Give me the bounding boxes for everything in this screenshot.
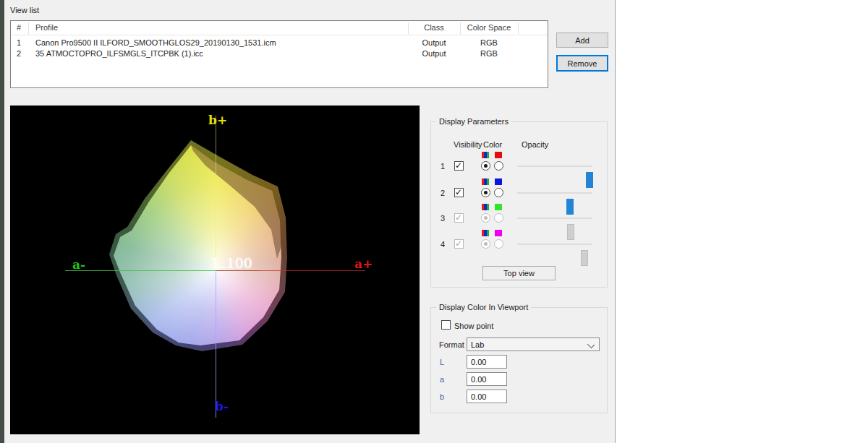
visibility-checkbox[interactable]: ✓: [454, 161, 464, 171]
view-list-label: View list: [10, 6, 39, 14]
row-index: 1: [438, 162, 447, 171]
lightness-label: L.100: [213, 255, 252, 271]
gamut-viewport[interactable]: b+ b- a- a+ L.100: [10, 106, 420, 434]
chevron-down-icon: [587, 341, 595, 348]
row-index: 3: [438, 214, 447, 223]
row-index: 2: [438, 189, 447, 197]
opacity-slider[interactable]: [517, 192, 592, 194]
truecolor-swatch-icon: [482, 152, 489, 158]
row-class: Output: [408, 38, 460, 47]
visibility-column-header: Visibility: [454, 140, 482, 149]
col-header-class[interactable]: Class: [408, 23, 460, 32]
truecolor-radio[interactable]: [481, 188, 490, 197]
column-divider: [460, 22, 461, 34]
visibility-checkbox: ✓: [454, 213, 464, 223]
solid-color-swatch-icon: [495, 230, 502, 236]
col-header-profile[interactable]: Profile: [35, 23, 58, 32]
solid-color-swatch-icon: [495, 152, 502, 158]
format-value: Lab: [471, 340, 484, 349]
a-plus-axis-label: a+: [354, 258, 373, 270]
row-index: 4: [438, 240, 447, 249]
solid-color-radio: [494, 239, 503, 249]
opacity-slider[interactable]: [517, 165, 592, 167]
l-value-field[interactable]: 0.00: [467, 355, 507, 369]
profile-2-display-row: 2 ✓: [430, 179, 608, 207]
b-minus-axis-line: [216, 270, 216, 418]
b-plus-axis-line: [216, 116, 216, 270]
row-profile-name: Canon Pro9500 II ILFORD_SMOOTHGLOS29_201…: [35, 38, 276, 47]
row-color-space: RGB: [460, 38, 518, 47]
b-value-field[interactable]: 0.00: [467, 390, 507, 403]
opacity-slider-handle: [581, 250, 588, 266]
a-value: 0.00: [471, 375, 486, 384]
color-column-header: Color: [483, 140, 502, 149]
truecolor-radio[interactable]: [481, 161, 490, 171]
solid-color-radio: [494, 213, 503, 223]
table-row[interactable]: 2 35 ATMOCTOPRO_ILFSMGLS_ITCPBK (1).icc …: [11, 49, 548, 60]
column-divider: [408, 22, 409, 34]
truecolor-swatch-icon: [482, 204, 489, 210]
profile-list-header: # Profile Class Color Space: [11, 21, 548, 35]
solid-color-swatch-icon: [495, 179, 502, 185]
a-value-field[interactable]: 0.00: [467, 372, 507, 386]
show-point-checkbox[interactable]: [441, 320, 451, 330]
truecolor-swatch-icon: [482, 230, 489, 236]
solid-color-radio[interactable]: [494, 188, 503, 197]
truecolor-radio: [481, 213, 490, 223]
profile-list[interactable]: # Profile Class Color Space 1 Canon Pro9…: [10, 20, 548, 88]
l-value: 0.00: [471, 358, 486, 366]
row-number: 2: [17, 49, 21, 58]
truecolor-radio: [481, 239, 490, 249]
table-row[interactable]: 1 Canon Pro9500 II ILFORD_SMOOTHGLOS29_2…: [11, 38, 548, 49]
b-minus-axis-label: b-: [215, 400, 229, 413]
opacity-column-header: Opacity: [522, 140, 548, 149]
row-class: Output: [408, 49, 460, 58]
b-field-label: b: [440, 392, 444, 401]
format-dropdown[interactable]: Lab: [467, 337, 600, 351]
profile-1-display-row: 1 ✓: [430, 152, 608, 181]
row-profile-name: 35 ATMOCTOPRO_ILFSMGLS_ITCPBK (1).icc: [35, 49, 203, 58]
b-plus-axis-label: b+: [208, 114, 227, 126]
profile-4-display-row: 4 ✓: [430, 230, 608, 259]
solid-color-radio[interactable]: [494, 161, 503, 171]
solid-color-swatch-icon: [495, 204, 502, 210]
opacity-slider: [517, 244, 592, 245]
column-divider: [518, 22, 519, 34]
b-value: 0.00: [471, 392, 486, 401]
opacity-slider: [517, 218, 592, 219]
row-number: 1: [17, 38, 21, 47]
l-field-label: L: [440, 358, 444, 366]
col-header-num[interactable]: #: [17, 23, 21, 32]
a-minus-axis-label: a-: [72, 259, 85, 271]
top-view-button[interactable]: Top view: [482, 266, 556, 280]
profile-3-display-row: 3 ✓: [430, 204, 608, 233]
format-label: Format: [439, 340, 464, 349]
row-color-space: RGB: [460, 49, 518, 58]
display-color-title: Display Color In Viewport: [436, 303, 531, 311]
visibility-checkbox: ✓: [454, 239, 464, 249]
truecolor-swatch-icon: [482, 179, 489, 185]
col-header-color-space[interactable]: Color Space: [460, 23, 518, 32]
app-window: View list # Profile Class Color Space 1 …: [0, 0, 868, 443]
display-parameters-title: Display Parameters: [436, 117, 511, 126]
remove-button[interactable]: Remove: [556, 55, 608, 72]
add-button[interactable]: Add: [556, 33, 608, 48]
show-point-label: Show point: [454, 322, 493, 330]
a-field-label: a: [440, 375, 444, 384]
column-divider: [28, 22, 29, 34]
visibility-checkbox[interactable]: ✓: [454, 188, 464, 197]
